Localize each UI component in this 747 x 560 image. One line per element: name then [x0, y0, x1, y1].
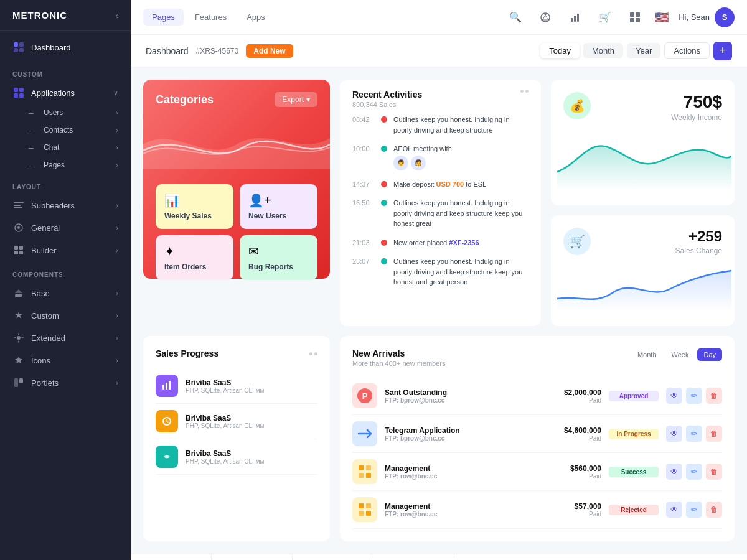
sidebar-item-base[interactable]: Base ›	[0, 282, 131, 304]
sidebar-item-general[interactable]: General ›	[0, 217, 131, 239]
arrival-status-4: Rejected	[609, 505, 659, 515]
add-icon[interactable]: +	[713, 42, 732, 60]
activities-title-area: Recent Activities 890,344 Sales	[352, 90, 422, 108]
top-grid: Categories Export ▾	[143, 80, 735, 326]
arrival-status-2: In Progress	[609, 429, 659, 439]
tab-pages[interactable]: Pages	[143, 9, 184, 26]
portlets-icon	[12, 376, 25, 389]
sidebar-item-applications[interactable]: Applications ∨	[0, 82, 131, 104]
income-amount: 750$	[671, 92, 722, 112]
arrival-edit-3[interactable]: ✏	[686, 464, 702, 480]
sidebar-collapse-icon[interactable]: ‹	[115, 11, 118, 21]
svg-point-23	[545, 13, 547, 15]
nav-tabs: Pages Features Apps	[143, 9, 274, 26]
today-pill[interactable]: Today	[540, 43, 580, 58]
builder-icon	[12, 244, 25, 256]
timeline: 08:42 Outlines keep you honest. Indulgin…	[340, 114, 541, 306]
sp-dot-1	[309, 352, 312, 355]
svg-rect-49	[366, 511, 371, 516]
sales-change-card: 🛒 +259 Sales Change	[551, 215, 735, 326]
users-label: Users	[44, 108, 63, 117]
sp-name-3: Briviba SaaS	[186, 449, 317, 458]
sidebar-item-builder[interactable]: Builder ›	[0, 239, 131, 261]
actions-button[interactable]: Actions	[664, 42, 710, 59]
weekly-sales-tile[interactable]: 📊 Weekly Sales	[156, 184, 233, 229]
user-greeting[interactable]: Hi, Sean S	[679, 7, 735, 27]
sidebar-item-extended[interactable]: Extended ›	[0, 327, 131, 349]
order-link[interactable]: #XF-2356	[449, 239, 479, 246]
fw-vue	[212, 554, 293, 561]
activities-menu[interactable]	[520, 90, 529, 93]
user-avatar[interactable]: S	[715, 7, 735, 27]
svg-rect-45	[366, 473, 371, 478]
arrival-view-2[interactable]: 👁	[666, 426, 682, 442]
svg-rect-42	[359, 465, 364, 470]
sidebar-item-dashboard[interactable]: Dashboard	[0, 34, 131, 61]
svg-rect-15	[14, 251, 18, 254]
frameworks-bar: B	[131, 554, 747, 560]
arrival-view-1[interactable]: 👁	[666, 388, 682, 404]
grid-icon[interactable]	[625, 7, 645, 27]
basket-icon[interactable]: 🛒	[595, 7, 615, 27]
arrival-delete-3[interactable]: 🗑	[706, 464, 722, 480]
general-icon	[12, 222, 25, 234]
sidebar-item-custom[interactable]: Custom ›	[0, 304, 131, 327]
tl-time-1: 08:42	[352, 114, 375, 123]
tl-time-4: 16:50	[352, 198, 375, 207]
svg-rect-2	[14, 48, 18, 52]
arrival-view-4[interactable]: 👁	[666, 502, 682, 518]
sidebar-item-chat[interactable]: – Chat ›	[19, 139, 131, 156]
svg-rect-34	[630, 18, 634, 22]
export-button[interactable]: Export ▾	[275, 92, 317, 107]
add-new-button[interactable]: Add New	[246, 44, 293, 58]
arrival-edit-4[interactable]: ✏	[686, 502, 702, 518]
arrival-view-3[interactable]: 👁	[666, 464, 682, 480]
base-chevron: ›	[116, 289, 118, 297]
new-users-tile[interactable]: 👤+ New Users	[240, 184, 317, 229]
arrival-edit-2[interactable]: ✏	[686, 426, 702, 442]
pages-label: Pages	[44, 161, 65, 169]
arrival-delete-4[interactable]: 🗑	[706, 502, 722, 518]
sidebar-item-icons[interactable]: Icons ›	[0, 349, 131, 371]
arrival-delete-1[interactable]: 🗑	[706, 388, 722, 404]
search-icon[interactable]: 🔍	[505, 7, 525, 27]
year-pill[interactable]: Year	[627, 43, 660, 58]
svg-rect-37	[166, 383, 167, 390]
sales-chart	[557, 261, 731, 311]
tab-features[interactable]: Features	[186, 9, 235, 26]
month-pill[interactable]: Month	[583, 43, 623, 58]
arr-tab-month[interactable]: Month	[631, 348, 663, 361]
tab-apps[interactable]: Apps	[238, 9, 274, 26]
sp-menu[interactable]	[309, 352, 317, 355]
svg-rect-9	[14, 205, 21, 206]
arrival-status-1: Approved	[609, 391, 659, 401]
arrival-icon-3	[352, 459, 377, 484]
sp-name-1: Briviba SaaS	[186, 378, 317, 387]
tl-dot-4	[381, 200, 387, 206]
flag-icon[interactable]: 🇺🇸	[655, 11, 669, 24]
svg-rect-3	[19, 48, 24, 52]
income-chart	[557, 128, 731, 190]
svg-rect-13	[14, 246, 18, 250]
arr-tab-day[interactable]: Day	[697, 348, 722, 361]
tl-dot-6	[381, 258, 387, 264]
top-navigation: Pages Features Apps 🔍 🛒 🇺🇸 Hi, Sean S	[131, 0, 747, 35]
bug-reports-tile[interactable]: ✉ Bug Reports	[240, 235, 317, 280]
svg-rect-29	[571, 18, 573, 22]
network-icon[interactable]	[535, 7, 555, 27]
sidebar-item-contacts[interactable]: – Contacts ›	[19, 121, 131, 139]
sidebar-item-subheaders[interactable]: Subheaders ›	[0, 194, 131, 217]
activities-subtitle: 890,344 Sales	[352, 101, 422, 108]
contacts-chevron: ›	[116, 126, 118, 134]
item-orders-tile[interactable]: ✦ Item Orders	[156, 235, 233, 280]
svg-rect-43	[366, 465, 371, 470]
arrival-edit-1[interactable]: ✏	[686, 388, 702, 404]
sidebar-item-portlets[interactable]: Portlets ›	[0, 371, 131, 394]
bottom-grid: Sales Progress Briviba SaaS	[143, 336, 735, 541]
chart-icon[interactable]	[565, 7, 585, 27]
sidebar-item-users[interactable]: – Users ›	[19, 104, 131, 121]
sidebar-item-pages[interactable]: – Pages ›	[19, 156, 131, 174]
arrivals-subtitle: More than 400+ new members	[352, 360, 446, 367]
arr-tab-week[interactable]: Week	[665, 348, 695, 361]
arrival-delete-2[interactable]: 🗑	[706, 426, 722, 442]
